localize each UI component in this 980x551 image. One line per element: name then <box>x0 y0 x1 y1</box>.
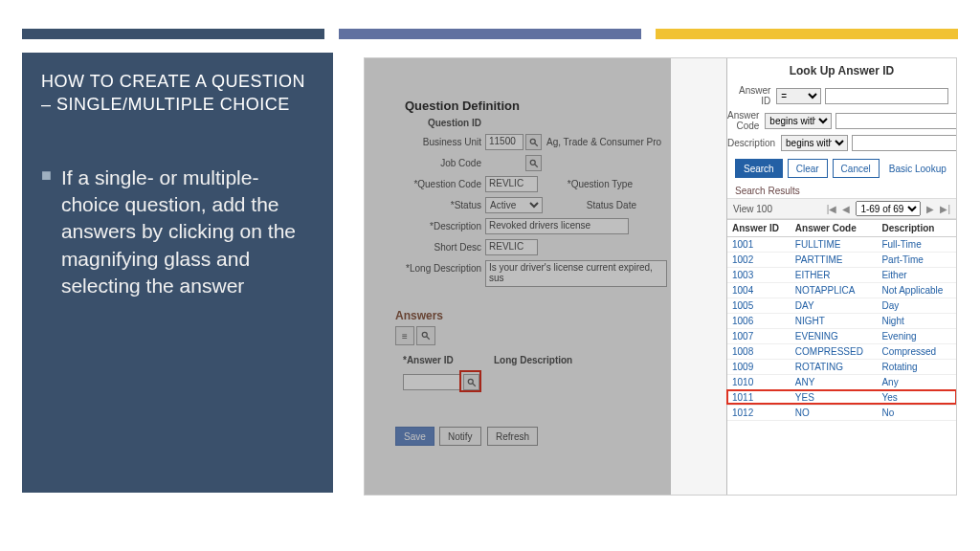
cell-id[interactable]: 1008 <box>727 344 791 360</box>
highlight-selected-row <box>726 389 957 405</box>
business-unit-lookup-icon[interactable] <box>525 134 542 150</box>
table-row[interactable]: 1008COMPRESSEDCompressed <box>727 344 956 360</box>
pager-prev-icon[interactable]: ◀ <box>842 204 850 214</box>
cell-id[interactable]: 1006 <box>727 314 791 329</box>
table-row[interactable]: 1009ROTATINGRotating <box>727 360 956 375</box>
highlight-lookup-icon <box>459 370 481 392</box>
cell-desc[interactable]: No <box>877 406 956 421</box>
search-icon <box>529 159 539 168</box>
table-row[interactable]: 1003EITHEREither <box>727 268 956 283</box>
pager-next-icon[interactable]: ▶ <box>926 204 934 214</box>
lookup-buttons: Search Clear Cancel Basic Lookup <box>727 153 956 184</box>
refresh-button[interactable]: Refresh <box>487 427 538 446</box>
short-desc-field[interactable]: REVLIC <box>485 239 538 255</box>
cell-code[interactable]: EITHER <box>791 268 878 283</box>
lookup-op-answer-code[interactable]: begins with <box>765 113 832 129</box>
cell-id[interactable]: 1005 <box>727 298 791 314</box>
cell-code[interactable]: FULLTIME <box>791 237 878 253</box>
notify-button[interactable]: Notify <box>439 427 481 446</box>
lookup-input-answer-code[interactable] <box>835 113 957 129</box>
label-question-type: *Question Type <box>556 179 633 189</box>
cell-id[interactable]: 1003 <box>727 268 791 283</box>
label-description: *Description <box>386 221 481 231</box>
cell-id[interactable]: 1001 <box>727 237 791 253</box>
cell-desc[interactable]: Night <box>877 314 956 329</box>
cell-id[interactable]: 1007 <box>727 329 791 344</box>
label-long-desc: *Long Description <box>386 263 481 274</box>
cell-code[interactable]: NO <box>791 406 878 421</box>
search-button[interactable]: Search <box>735 159 783 178</box>
cell-id[interactable]: 1010 <box>727 375 791 390</box>
table-row[interactable]: 1005DAYDay <box>727 298 956 314</box>
save-button[interactable]: Save <box>395 427 434 446</box>
basic-lookup-link[interactable]: Basic Lookup <box>889 164 947 174</box>
cell-desc[interactable]: Full-Time <box>877 237 956 253</box>
cell-code[interactable]: COMPRESSED <box>791 344 878 360</box>
table-row[interactable]: 1012NONo <box>727 406 956 421</box>
pager-last-icon[interactable]: ▶| <box>940 204 950 214</box>
table-row[interactable]: 1001FULLTIMEFull-Time <box>727 237 956 253</box>
cell-code[interactable]: ANY <box>791 375 878 390</box>
lookup-panel: Look Up Answer ID Answer ID = Answer Cod… <box>726 58 956 495</box>
lookup-label-description: Description <box>727 138 781 148</box>
description-field[interactable]: Revoked drivers license <box>485 218 629 234</box>
cell-desc[interactable]: Any <box>877 375 956 390</box>
cell-id[interactable]: 1012 <box>727 406 791 421</box>
table-row[interactable]: 1010ANYAny <box>727 375 956 390</box>
cell-code[interactable]: DAY <box>791 298 878 314</box>
table-row[interactable]: 1004NOTAPPLICANot Applicable <box>727 283 956 298</box>
cancel-button[interactable]: Cancel <box>833 159 880 178</box>
svg-point-2 <box>530 160 535 165</box>
long-desc-field[interactable]: Is your driver's license current expired… <box>485 260 667 287</box>
table-row[interactable]: 1006NIGHTNight <box>727 314 956 329</box>
cell-id[interactable]: 1002 <box>727 253 791 268</box>
col-answer-id[interactable]: Answer ID <box>727 220 791 237</box>
pager-range-select[interactable]: 1-69 of 69 <box>856 201 921 216</box>
cell-desc[interactable]: Part-Time <box>877 253 956 268</box>
cell-code[interactable]: NOTAPPLICA <box>791 283 878 298</box>
pager-first-icon[interactable]: |◀ <box>827 204 837 214</box>
app-screenshot: Question Definition Question ID Business… <box>364 57 957 496</box>
pager-view[interactable]: View 100 <box>733 204 772 214</box>
cell-code[interactable]: EVENING <box>791 329 878 344</box>
label-answer-id-col: *Answer ID <box>403 355 460 365</box>
cell-id[interactable]: 1009 <box>727 360 791 375</box>
cell-id[interactable]: 1004 <box>727 283 791 298</box>
lookup-title: Look Up Answer ID <box>727 58 956 83</box>
cell-desc[interactable]: Day <box>877 298 956 314</box>
answers-toolbar-find-icon[interactable] <box>416 326 435 345</box>
cell-code[interactable]: NIGHT <box>791 314 878 329</box>
status-select[interactable]: Active <box>485 197 543 213</box>
stripe-1 <box>22 29 324 39</box>
lookup-row-answer-code: Answer Code begins with <box>727 108 956 133</box>
col-description[interactable]: Description <box>877 220 956 237</box>
label-business-unit: Business Unit <box>386 137 481 147</box>
business-unit-field[interactable]: 11500 <box>485 134 523 150</box>
answer-id-input[interactable] <box>403 374 460 390</box>
lookup-input-answer-id[interactable] <box>825 88 948 104</box>
clear-button[interactable]: Clear <box>788 159 828 178</box>
label-status-date: Status Date <box>569 200 636 210</box>
cell-code[interactable]: PARTTIME <box>791 253 878 268</box>
search-icon <box>421 331 431 341</box>
cell-desc[interactable]: Either <box>877 268 956 283</box>
cell-desc[interactable]: Compressed <box>877 344 956 360</box>
job-code-lookup-icon[interactable] <box>525 155 542 171</box>
lookup-input-description[interactable] <box>852 135 957 151</box>
lookup-label-answer-id: Answer ID <box>727 85 776 106</box>
table-row[interactable]: 1007EVENINGEvening <box>727 329 956 344</box>
bullet-item: ■ If a single- or multiple-choice questi… <box>41 165 314 300</box>
cell-desc[interactable]: Not Applicable <box>877 283 956 298</box>
col-answer-code[interactable]: Answer Code <box>791 220 878 237</box>
stripe-2 <box>339 29 641 39</box>
cell-desc[interactable]: Rotating <box>877 360 956 375</box>
cell-desc[interactable]: Evening <box>877 329 956 344</box>
lookup-op-description[interactable]: begins with <box>781 135 848 151</box>
svg-line-1 <box>534 143 537 145</box>
lookup-op-answer-id[interactable]: = <box>776 88 821 104</box>
question-code-field[interactable]: REVLIC <box>485 176 538 192</box>
cell-code[interactable]: ROTATING <box>791 360 878 375</box>
table-row[interactable]: 1002PARTTIMEPart-Time <box>727 253 956 268</box>
lookup-label-answer-code: Answer Code <box>727 110 765 131</box>
answers-toolbar-btn-1[interactable]: ≡ <box>395 326 414 345</box>
